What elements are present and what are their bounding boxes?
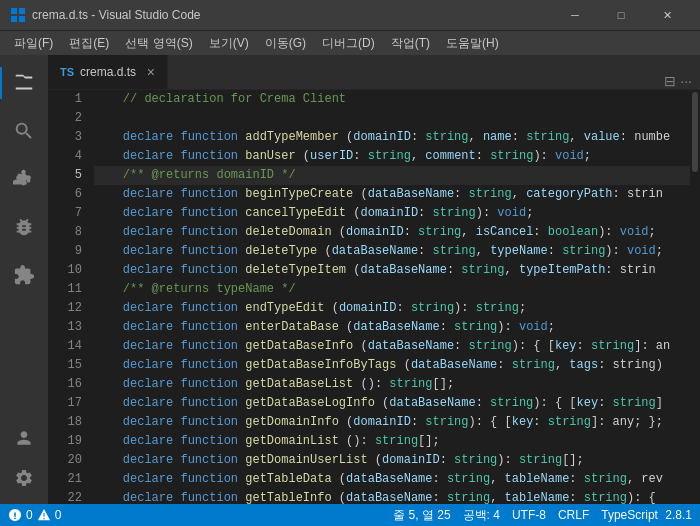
line-ending[interactable]: CRLF: [558, 508, 589, 522]
code-line-9: declare function deleteType (dataBaseNam…: [94, 242, 690, 261]
code-line-7: declare function cancelTypeEdit (domainI…: [94, 204, 690, 223]
error-count: 0: [26, 508, 33, 522]
line-num-5: 5: [48, 166, 82, 185]
code-line-16: declare function getDataBaseList (): str…: [94, 375, 690, 394]
editor-area: TS crema.d.ts × ⊟ ··· 1 2 3 4 5 6 7 8 9: [48, 55, 700, 504]
code-line-5: /** @returns domainID */: [94, 166, 690, 185]
code-line-13: declare function enterDataBase (dataBase…: [94, 318, 690, 337]
warning-count: 0: [55, 508, 62, 522]
activity-bottom: [0, 420, 48, 496]
code-line-4: declare function banUser (userID: string…: [94, 147, 690, 166]
line-num-20: 20: [48, 451, 82, 470]
tab-bar-actions: ⊟ ···: [664, 73, 700, 89]
line-num-13: 13: [48, 318, 82, 337]
line-num-8: 8: [48, 223, 82, 242]
menu-item-g[interactable]: 이동(G): [257, 33, 314, 54]
vertical-scrollbar[interactable]: [690, 90, 700, 504]
code-line-17: declare function getDataBaseLogInfo (dat…: [94, 394, 690, 413]
activity-icon-extensions[interactable]: [0, 251, 48, 299]
activity-icon-settings[interactable]: [0, 460, 48, 496]
line-num-22: 22: [48, 489, 82, 504]
activity-icon-search[interactable]: [0, 107, 48, 155]
tab-crema-d-ts[interactable]: TS crema.d.ts ×: [48, 55, 168, 89]
line-num-12: 12: [48, 299, 82, 318]
status-right: 줄 5, 열 25 공백: 4 UTF-8 CRLF TypeScript 2.…: [393, 507, 692, 524]
code-line-11: /** @returns typeName */: [94, 280, 690, 299]
editor-content[interactable]: 1 2 3 4 5 6 7 8 9 10 11 12 13 14 15 16 1…: [48, 90, 700, 504]
menu-item-h[interactable]: 도움말(H): [438, 33, 507, 54]
error-icon: [8, 508, 22, 522]
tab-bar: TS crema.d.ts × ⊟ ···: [48, 55, 700, 90]
line-num-18: 18: [48, 413, 82, 432]
line-num-15: 15: [48, 356, 82, 375]
line-num-7: 7: [48, 204, 82, 223]
title-bar: crema.d.ts - Visual Studio Code ─ □ ✕: [0, 0, 700, 30]
maximize-button[interactable]: □: [598, 0, 644, 30]
code-line-22: declare function getTableInfo (dataBaseN…: [94, 489, 690, 504]
menu-item-s[interactable]: 선택 영역(S): [117, 33, 200, 54]
tab-close-button[interactable]: ×: [147, 64, 155, 80]
activity-icon-explorer[interactable]: [0, 59, 48, 107]
activity-icon-account[interactable]: [0, 420, 48, 456]
error-warning[interactable]: 0 0: [8, 508, 61, 522]
split-editor-icon[interactable]: ⊟: [664, 73, 676, 89]
menu-item-d[interactable]: 디버그(D): [314, 33, 383, 54]
line-num-10: 10: [48, 261, 82, 280]
encoding[interactable]: UTF-8: [512, 508, 546, 522]
svg-rect-2: [11, 16, 17, 22]
line-num-11: 11: [48, 280, 82, 299]
menu-item-f[interactable]: 파일(F): [6, 33, 61, 54]
svg-rect-0: [11, 8, 17, 14]
cursor-position[interactable]: 줄 5, 열 25: [393, 507, 450, 524]
line-num-17: 17: [48, 394, 82, 413]
svg-rect-1: [19, 8, 25, 14]
line-num-9: 9: [48, 242, 82, 261]
code-line-12: declare function endTypeEdit (domainID: …: [94, 299, 690, 318]
line-num-21: 21: [48, 470, 82, 489]
line-num-14: 14: [48, 337, 82, 356]
line-num-4: 4: [48, 147, 82, 166]
title-text: crema.d.ts - Visual Studio Code: [32, 8, 201, 22]
activity-icon-debug[interactable]: [0, 203, 48, 251]
language-mode[interactable]: TypeScript 2.8.1: [601, 508, 692, 522]
code-line-1: // declaration for Crema Client: [94, 90, 690, 109]
code-line-15: declare function getDataBaseInfoByTags (…: [94, 356, 690, 375]
main-layout: TS crema.d.ts × ⊟ ··· 1 2 3 4 5 6 7 8 9: [0, 55, 700, 504]
line-num-19: 19: [48, 432, 82, 451]
menu-item-e[interactable]: 편집(E): [61, 33, 117, 54]
code-line-3: declare function addTypeMember (domainID…: [94, 128, 690, 147]
code-area[interactable]: // declaration for Crema Client declare …: [90, 90, 690, 504]
scrollbar-thumb[interactable]: [692, 92, 698, 172]
menu-item-t[interactable]: 작업(T): [383, 33, 438, 54]
activity-icon-source-control[interactable]: [0, 155, 48, 203]
code-line-10: declare function deleteTypeItem (dataBas…: [94, 261, 690, 280]
code-line-18: declare function getDomainInfo (domainID…: [94, 413, 690, 432]
line-num-6: 6: [48, 185, 82, 204]
menu-item-v[interactable]: 보기(V): [201, 33, 257, 54]
status-left: 0 0: [8, 508, 61, 522]
line-num-1: 1: [48, 90, 82, 109]
close-button[interactable]: ✕: [644, 0, 690, 30]
title-bar-left: crema.d.ts - Visual Studio Code: [10, 7, 201, 23]
activity-bar: [0, 55, 48, 504]
code-line-8: declare function deleteDomain (domainID:…: [94, 223, 690, 242]
window-controls: ─ □ ✕: [552, 0, 690, 30]
code-line-21: declare function getTableData (dataBaseN…: [94, 470, 690, 489]
line-num-2: 2: [48, 109, 82, 128]
menu-bar: 파일(F)편집(E)선택 영역(S)보기(V)이동(G)디버그(D)작업(T)도…: [0, 30, 700, 55]
line-num-16: 16: [48, 375, 82, 394]
tab-filename: crema.d.ts: [80, 65, 136, 79]
svg-rect-3: [19, 16, 25, 22]
ts-version: 2.8.1: [665, 508, 692, 522]
minimize-button[interactable]: ─: [552, 0, 598, 30]
code-line-14: declare function getDataBaseInfo (dataBa…: [94, 337, 690, 356]
line-numbers: 1 2 3 4 5 6 7 8 9 10 11 12 13 14 15 16 1…: [48, 90, 90, 504]
status-bar: 0 0 줄 5, 열 25 공백: 4 UTF-8 CRLF TypeScrip…: [0, 504, 700, 526]
warning-icon: [37, 508, 51, 522]
app-icon: [10, 7, 26, 23]
code-line-2: [94, 109, 690, 128]
line-num-3: 3: [48, 128, 82, 147]
code-line-19: declare function getDomainList (): strin…: [94, 432, 690, 451]
indentation[interactable]: 공백: 4: [463, 507, 500, 524]
more-actions-icon[interactable]: ···: [680, 73, 692, 89]
